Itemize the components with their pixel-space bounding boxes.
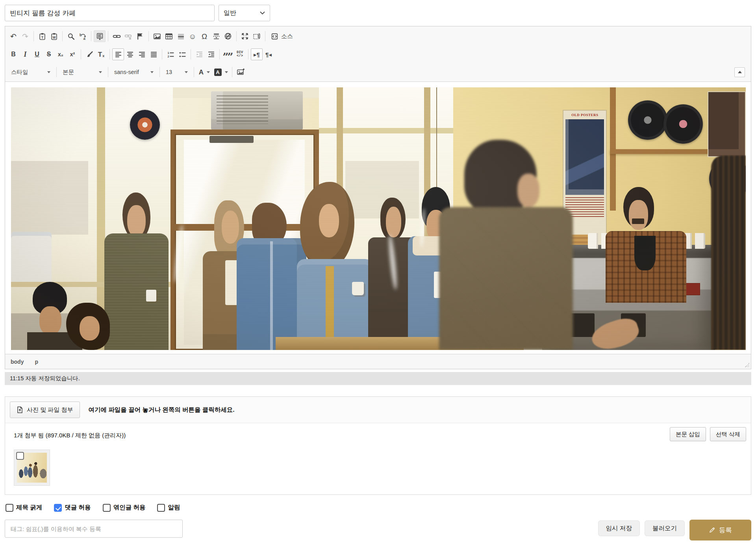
smiley-button[interactable]: ☺: [187, 30, 198, 42]
insert-image-button[interactable]: [151, 30, 163, 42]
content-photo-vintage-cafe[interactable]: OLD POSTERS: [11, 87, 746, 350]
subscript-icon: x₂: [58, 52, 63, 57]
underline-button[interactable]: U: [31, 48, 43, 60]
div-container-button[interactable]: DIV</>: [234, 48, 246, 60]
scene-white-van: [11, 232, 52, 287]
toolbar-row-1: ↶ ↷ T W ba: [7, 27, 749, 45]
unlink-icon: [124, 33, 133, 40]
attachment-thumbnail[interactable]: [14, 450, 50, 486]
remove-format-button[interactable]: Tx: [95, 48, 107, 60]
justify-button[interactable]: [148, 48, 159, 60]
outdent-icon: [196, 51, 203, 58]
toolbar-separator: [148, 31, 149, 41]
table-icon: [165, 33, 173, 40]
option-notify[interactable]: 알림: [157, 503, 180, 512]
scene-person-curly-woman-left: [61, 303, 124, 350]
find-button[interactable]: [65, 30, 77, 42]
source-button[interactable]: 소스: [268, 30, 296, 42]
tag-input[interactable]: [5, 520, 183, 538]
path-item-body[interactable]: body: [11, 359, 24, 365]
toolbar-separator: [109, 49, 110, 59]
svg-text:T: T: [41, 35, 43, 39]
show-blocks-icon: [253, 33, 261, 40]
option-allow-trackback[interactable]: 엮인글 허용: [103, 503, 146, 512]
footer-actions: 임시 저장 불러오기 등록: [598, 520, 751, 540]
photo-upload-button[interactable]: [235, 66, 246, 78]
link-button[interactable]: [111, 30, 122, 42]
path-item-p[interactable]: p: [35, 359, 38, 365]
option-label: 제목 굵게: [16, 503, 42, 512]
ordered-list-button[interactable]: 12: [165, 48, 176, 60]
superscript-button[interactable]: x²: [67, 48, 78, 60]
link-icon: [113, 33, 121, 40]
blockquote-button[interactable]: ””: [222, 48, 234, 60]
special-char-button[interactable]: Ω: [198, 30, 210, 42]
toolbar-separator: [248, 49, 248, 59]
editor-toolbar: ↶ ↷ T W ba: [5, 26, 751, 82]
temp-save-button[interactable]: 임시 저장: [598, 520, 640, 536]
toolbar-separator: [108, 67, 108, 77]
styles-combo[interactable]: 스타일: [7, 66, 54, 78]
show-blocks-button[interactable]: [251, 30, 263, 42]
align-right-button[interactable]: [136, 48, 148, 60]
title-bold-checkbox[interactable]: [6, 504, 13, 512]
notify-checkbox[interactable]: [157, 504, 165, 512]
allow-trackback-checkbox[interactable]: [103, 504, 111, 512]
font-size-combo[interactable]: 13: [162, 66, 191, 78]
option-title-bold[interactable]: 제목 굵게: [6, 503, 42, 512]
submit-button[interactable]: 등록: [689, 520, 751, 540]
attachment-summary: 1개 첨부 됨 (897.0KB / 제한 없음 (관리자)): [14, 432, 746, 439]
attachment-dropzone[interactable]: 사진 및 파일 첨부 여기에 파일을 끌어 놓거나 왼쪽의 버튼을 클릭하세요.: [5, 397, 751, 423]
text-direction-ltr-button[interactable]: ▸¶: [251, 48, 263, 60]
load-draft-button[interactable]: 불러오기: [645, 520, 685, 536]
allow-comments-checkbox[interactable]: [54, 504, 62, 512]
italic-button[interactable]: I: [19, 48, 31, 60]
ordered-list-icon: 12: [167, 51, 174, 58]
horizontal-rule-button[interactable]: [175, 30, 187, 42]
insert-to-body-button[interactable]: 본문 삽입: [670, 427, 706, 441]
anchor-button[interactable]: [134, 30, 146, 42]
bg-color-button[interactable]: A: [212, 66, 230, 78]
format-combo[interactable]: 본문: [59, 66, 106, 78]
text-color-button[interactable]: A: [196, 66, 212, 78]
table-button[interactable]: [163, 30, 175, 42]
toolbar-separator: [33, 31, 34, 41]
bold-button[interactable]: B: [7, 48, 19, 60]
resize-grip[interactable]: [745, 363, 749, 367]
align-center-button[interactable]: [124, 48, 136, 60]
file-upload-icon: [17, 406, 23, 413]
bulleted-list-button[interactable]: [176, 48, 188, 60]
toolbar-collapse-button[interactable]: [734, 67, 745, 77]
text-direction-rtl-button[interactable]: ¶◂: [263, 48, 274, 60]
iframe-button[interactable]: [222, 30, 234, 42]
unlink-button[interactable]: [122, 30, 134, 42]
replace-button[interactable]: ba: [77, 30, 89, 42]
indent-button[interactable]: [205, 48, 217, 60]
photo-upload-icon: [237, 68, 245, 76]
subscript-button[interactable]: x₂: [55, 48, 67, 60]
undo-button[interactable]: ↶: [7, 30, 19, 42]
toolbar-row-2: B I U S x₂ x² Tx: [7, 45, 749, 63]
post-title-input[interactable]: [5, 5, 215, 21]
copy-formatting-button[interactable]: [83, 48, 95, 60]
redo-button[interactable]: ↷: [19, 30, 31, 42]
option-allow-comments[interactable]: 댓글 허용: [54, 503, 91, 512]
select-all-button[interactable]: [94, 30, 106, 42]
scene-person-barista: [606, 187, 686, 302]
page-break-button[interactable]: [210, 30, 222, 42]
category-select[interactable]: 일반: [219, 5, 270, 21]
font-combo[interactable]: sans-serif: [111, 66, 157, 78]
paste-as-text-button[interactable]: T: [36, 30, 48, 42]
editor-content-area[interactable]: OLD POSTERS: [5, 82, 751, 354]
underline-icon: U: [35, 51, 39, 57]
attach-file-button[interactable]: 사진 및 파일 첨부: [10, 402, 80, 418]
strike-button[interactable]: S: [43, 48, 55, 60]
delete-selected-button[interactable]: 선택 삭제: [710, 427, 746, 441]
attachment-select-checkbox[interactable]: [16, 452, 24, 460]
outdent-button[interactable]: [193, 48, 205, 60]
triangle-up-icon: [738, 71, 742, 73]
paste-from-word-button[interactable]: W: [48, 30, 60, 42]
attachment-list-area: 1개 첨부 됨 (897.0KB / 제한 없음 (관리자)) 본문 삽입 선택…: [5, 423, 751, 494]
maximize-button[interactable]: [239, 30, 251, 42]
align-left-button[interactable]: [112, 48, 124, 60]
